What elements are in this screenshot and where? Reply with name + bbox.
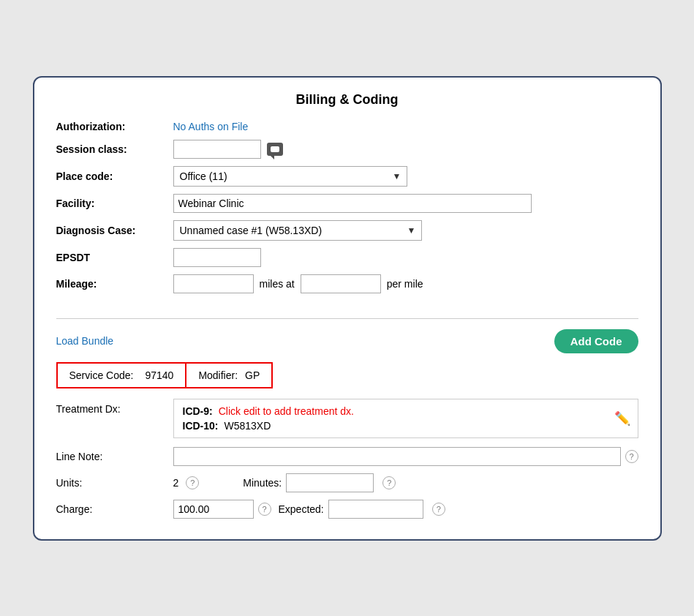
expected-input[interactable] bbox=[328, 500, 423, 519]
epsdt-row: EPSDT bbox=[56, 248, 638, 267]
mileage-miles-input[interactable] bbox=[173, 274, 254, 293]
divider bbox=[56, 318, 638, 319]
units-help-icon[interactable]: ? bbox=[186, 476, 199, 489]
units-value: 2 bbox=[173, 477, 179, 489]
treatment-dx-row: Treatment Dx: ICD-9: Click edit to add t… bbox=[56, 399, 638, 438]
units-minutes-row: Units: 2 ? Minutes: ? bbox=[56, 473, 638, 492]
miles-at-label: miles at bbox=[260, 278, 295, 290]
page-title: Billing & Coding bbox=[56, 92, 638, 108]
place-code-select[interactable]: Office (11) bbox=[173, 166, 407, 187]
place-code-row: Place code: Office (11) ▼ bbox=[56, 166, 638, 187]
mileage-inputs-wrapper: miles at per mile bbox=[173, 274, 423, 293]
charge-help-icon[interactable]: ? bbox=[258, 503, 271, 516]
session-class-row: Session class: bbox=[56, 140, 638, 159]
service-code-value: 97140 bbox=[145, 369, 173, 381]
minutes-help-icon[interactable]: ? bbox=[382, 476, 396, 489]
facility-label: Facility: bbox=[56, 198, 173, 209]
diagnosis-case-select[interactable]: Unnamed case #1 (W58.13XD) bbox=[173, 220, 422, 241]
expected-help-icon[interactable]: ? bbox=[432, 503, 445, 516]
line-note-input[interactable] bbox=[173, 447, 621, 466]
action-row: Load Bundle Add Code bbox=[56, 329, 638, 353]
authorization-row: Authorization: No Auths on File bbox=[56, 121, 638, 132]
expected-section: Expected: ? bbox=[279, 500, 445, 519]
diagnosis-case-label: Diagnosis Case: bbox=[56, 225, 173, 236]
modifier-box: Modifier: GP bbox=[186, 362, 273, 388]
treatment-dx-box: ICD-9: Click edit to add treatment dx. I… bbox=[173, 399, 638, 438]
units-label: Units: bbox=[56, 477, 173, 489]
modifier-value: GP bbox=[245, 369, 260, 381]
facility-row: Facility: bbox=[56, 194, 638, 213]
icd9-click-edit[interactable]: Click edit to add treatment dx. bbox=[219, 405, 354, 417]
charge-expected-row: Charge: ? Expected: ? bbox=[56, 500, 638, 519]
edit-pencil-icon[interactable]: ✏️ bbox=[614, 410, 630, 427]
session-class-input[interactable] bbox=[173, 140, 261, 159]
minutes-input[interactable] bbox=[286, 473, 374, 492]
icd9-label: ICD-9: bbox=[183, 405, 213, 417]
mileage-label: Mileage: bbox=[56, 278, 173, 290]
billing-coding-card: Billing & Coding Authorization: No Auths… bbox=[33, 76, 662, 541]
icd10-row: ICD-10: W5813XD bbox=[183, 420, 629, 432]
icd9-row: ICD-9: Click edit to add treatment dx. bbox=[183, 405, 629, 417]
diagnosis-case-row: Diagnosis Case: Unnamed case #1 (W58.13X… bbox=[56, 220, 638, 241]
expected-label: Expected: bbox=[279, 503, 324, 515]
charge-label: Charge: bbox=[56, 503, 173, 515]
place-code-select-wrapper: Office (11) ▼ bbox=[173, 166, 407, 187]
service-code-box: Service Code: 97140 bbox=[56, 362, 187, 388]
treatment-dx-label: Treatment Dx: bbox=[56, 399, 173, 415]
chat-icon bbox=[267, 143, 283, 156]
load-bundle-link[interactable]: Load Bundle bbox=[56, 335, 114, 347]
place-code-label: Place code: bbox=[56, 170, 173, 182]
facility-input[interactable] bbox=[173, 194, 532, 213]
mileage-rate-input[interactable] bbox=[301, 274, 381, 293]
per-mile-label: per mile bbox=[387, 278, 423, 290]
epsdt-label: EPSDT bbox=[56, 252, 173, 263]
add-code-button[interactable]: Add Code bbox=[554, 329, 638, 353]
icd10-value: W5813XD bbox=[225, 420, 271, 432]
session-class-label: Session class: bbox=[56, 143, 173, 155]
service-modifier-row: Service Code: 97140 Modifier: GP bbox=[56, 362, 638, 388]
line-note-help-icon[interactable]: ? bbox=[625, 450, 638, 463]
chat-icon-inner bbox=[271, 146, 279, 152]
modifier-label: Modifier: bbox=[198, 369, 238, 381]
session-class-wrapper bbox=[173, 140, 283, 159]
authorization-link[interactable]: No Auths on File bbox=[173, 121, 249, 132]
service-code-label: Service Code: bbox=[69, 369, 134, 381]
epsdt-input[interactable] bbox=[173, 248, 261, 267]
icd10-label: ICD-10: bbox=[183, 420, 219, 432]
form-section: Authorization: No Auths on File Session … bbox=[56, 121, 638, 308]
diagnosis-case-select-wrapper: Unnamed case #1 (W58.13XD) ▼ bbox=[173, 220, 422, 241]
authorization-label: Authorization: bbox=[56, 121, 173, 132]
minutes-section: Minutes: ? bbox=[243, 473, 396, 492]
line-note-label: Line Note: bbox=[56, 451, 173, 462]
charge-input[interactable] bbox=[173, 500, 254, 519]
line-note-row: Line Note: ? bbox=[56, 447, 638, 466]
minutes-label: Minutes: bbox=[243, 477, 282, 489]
mileage-row: Mileage: miles at per mile bbox=[56, 274, 638, 293]
